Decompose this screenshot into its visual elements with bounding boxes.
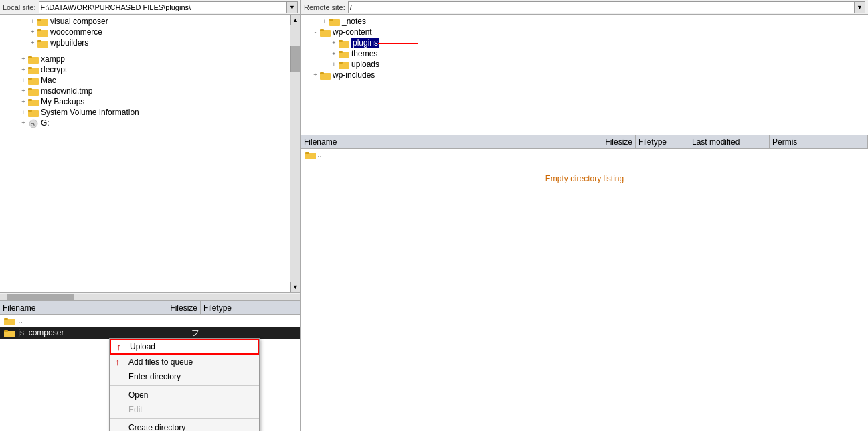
local-site-dropdown[interactable]: ▼ (287, 1, 298, 13)
add-queue-icon: ↑ (115, 357, 120, 367)
folder-icon-g-drive: G: (28, 119, 39, 128)
expander-g-drive[interactable]: + (19, 118, 28, 128)
local-file-table-header: Filename Filesize Filetype (0, 301, 300, 315)
ctx-edit: Edit (110, 402, 259, 417)
r-col-header-filename[interactable]: Filename (301, 135, 582, 148)
svg-rect-6 (37, 40, 41, 42)
expander-uploads[interactable]: + (329, 60, 339, 69)
tree-item-wpbuilders[interactable]: + wpbuilders (0, 37, 290, 48)
ctx-enter-dir[interactable]: Enter directory (110, 369, 259, 384)
tree-label-woocommerce: woocommerce (50, 27, 102, 37)
svg-rect-28 (320, 29, 324, 31)
expander-mybackups[interactable]: + (19, 97, 28, 106)
tree-label-visual-composer: visual composer (50, 17, 108, 26)
scroll-track[interactable] (290, 25, 301, 282)
remote-site-dropdown[interactable]: ▼ (855, 1, 865, 13)
h-scrollbar-thumb[interactable] (7, 294, 74, 300)
folder-icon-plugins (339, 39, 349, 48)
tree-item-woocommerce[interactable]: + woocommerce (0, 27, 290, 37)
tree-label-mac: Mac (41, 76, 56, 85)
expander-wp-content[interactable]: - (311, 27, 320, 37)
expander-mac[interactable]: + (19, 76, 28, 85)
scroll-thumb[interactable] (290, 46, 301, 72)
ctx-add-to-queue[interactable]: ↑ Add files to queue (110, 355, 259, 369)
main-container: Local site: ▼ + visual composer + (0, 0, 868, 431)
folder-icon-decrypt (28, 66, 39, 74)
remote-site-label: Remote site: (304, 3, 345, 11)
ctx-open[interactable]: Open (110, 387, 259, 402)
local-file-table: Filename Filesize Filetype .. (0, 300, 300, 431)
expander-wpbuilders[interactable]: + (28, 38, 37, 48)
ctx-sep1 (110, 385, 259, 386)
r-col-header-filetype[interactable]: Filetype (636, 135, 689, 148)
ctx-upload-label: Upload (130, 342, 155, 351)
svg-rect-4 (37, 29, 41, 31)
remote-file-row-parent[interactable]: .. (301, 149, 868, 161)
expander-themes[interactable]: + (329, 49, 339, 58)
r-col-header-permis[interactable]: Permis (770, 135, 868, 148)
tree-item-decrypt[interactable]: + decrypt (0, 64, 290, 75)
tree-item-notes[interactable]: + _notes (301, 16, 868, 27)
scroll-down-btn[interactable]: ▼ (290, 282, 301, 292)
tree-item-plugins[interactable]: + plugins (301, 37, 868, 48)
folder-icon-themes (339, 50, 349, 58)
svg-rect-12 (28, 78, 32, 80)
ctx-create-dir[interactable]: Create directory (110, 420, 259, 431)
tree-item-uploads[interactable]: + uploads (301, 59, 868, 70)
expander-wp-includes[interactable]: + (311, 70, 320, 80)
svg-text:G:: G: (31, 122, 36, 128)
svg-rect-34 (339, 62, 343, 64)
tree-item-g-drive[interactable]: + G: G: (0, 118, 290, 128)
local-site-bar: Local site: ▼ (0, 0, 300, 15)
folder-icon-wpbuilders (37, 39, 48, 48)
folder-icon-parent (4, 317, 15, 325)
tree-item-mac[interactable]: + Mac (0, 75, 290, 86)
folder-icon-mac (28, 76, 39, 85)
r-col-header-modified[interactable]: Last modified (689, 135, 770, 148)
tree-item-mybackups[interactable]: + My Backups (0, 96, 290, 107)
svg-rect-30 (339, 40, 343, 42)
file-row-js-composer[interactable]: js_composer フ (0, 327, 300, 339)
expander-woocommerce[interactable]: + (28, 27, 37, 37)
remote-site-path-input[interactable] (348, 1, 855, 13)
tree-item-xampp[interactable]: + xampp (0, 54, 290, 64)
col-header-filesize[interactable]: Filesize (147, 301, 201, 314)
tree-item-wp-content[interactable]: - wp-content (301, 27, 868, 37)
folder-icon-wp-includes (320, 71, 331, 80)
file-row-parent[interactable]: .. (0, 315, 300, 327)
ctx-upload[interactable]: ↑ Upload (110, 339, 259, 355)
expander-notes[interactable]: + (320, 17, 329, 26)
h-scrollbar-track[interactable] (0, 294, 300, 300)
svg-rect-36 (320, 72, 324, 74)
scroll-up-btn[interactable]: ▲ (290, 15, 301, 25)
tree-label-msdownld: msdownld.tmp (41, 86, 92, 96)
expander-visual-composer[interactable]: + (28, 17, 37, 26)
local-tree: + visual composer + woocommerce + (0, 15, 290, 292)
ctx-sep2 (110, 418, 259, 419)
tree-item-visual-composer[interactable]: + visual composer (0, 16, 290, 27)
r-col-header-filesize[interactable]: Filesize (582, 135, 636, 148)
left-h-scroll[interactable] (0, 292, 300, 300)
tree-label-decrypt: decrypt (41, 65, 67, 74)
remote-file-table: Filename Filesize Filetype Last modified… (301, 135, 868, 431)
ctx-create-dir-label: Create directory (128, 423, 185, 431)
col-header-filename[interactable]: Filename (0, 301, 147, 314)
tree-item-msdownld[interactable]: + msdownld.tmp (0, 86, 290, 96)
expander-msdownld[interactable]: + (19, 86, 28, 96)
tree-label-wp-includes: wp-includes (333, 70, 375, 80)
tree-item-sysvolinfo[interactable]: + System Volume Information (0, 107, 290, 118)
tree-item-themes[interactable]: + themes (301, 48, 868, 59)
col-header-filetype[interactable]: Filetype (201, 301, 254, 314)
svg-rect-32 (339, 51, 343, 53)
expander-xampp[interactable]: + (19, 54, 28, 64)
file-name-cell-composer: js_composer (1, 328, 149, 337)
folder-icon-wp-content (320, 28, 331, 37)
expander-decrypt[interactable]: + (19, 65, 28, 74)
right-panel: Remote site: ▼ + _notes - wp-content (301, 0, 868, 431)
tree-item-wp-includes[interactable]: + wp-includes (301, 70, 868, 80)
left-tree-scrollbar[interactable]: ▲ ▼ (290, 15, 300, 292)
remote-file-name-parent: .. (302, 150, 584, 159)
expander-plugins[interactable]: + (329, 38, 339, 48)
local-site-path-input[interactable] (39, 1, 287, 13)
expander-sysvolinfo[interactable]: + (19, 108, 28, 117)
